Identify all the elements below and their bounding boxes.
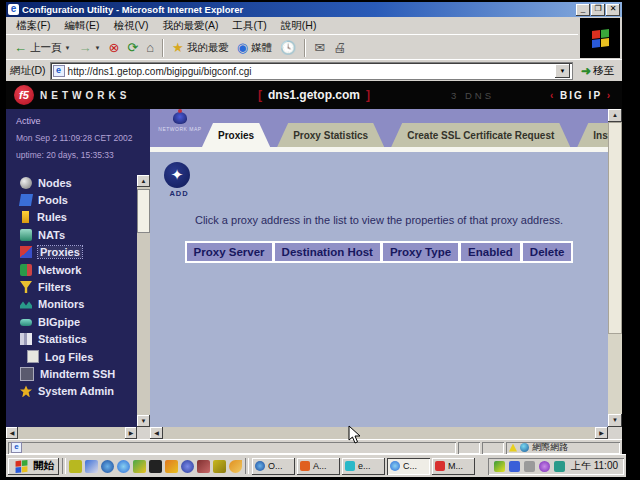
network-map-button[interactable]: NETWORK MAP [156, 112, 204, 132]
quicklaunch-icon-8[interactable] [181, 460, 194, 473]
tray-icon-5[interactable] [554, 461, 565, 472]
sidebar-item-label: Mindterm SSH [40, 368, 115, 380]
task-button-5[interactable]: M... [432, 458, 475, 475]
taskbar-separator [245, 458, 249, 474]
product-3dns-label: 3 DNS [451, 90, 494, 101]
home-button[interactable]: ⌂ [142, 39, 158, 56]
ie-quicklaunch-icon[interactable] [101, 460, 114, 473]
sidebar-vertical-scrollbar[interactable]: ▲ ▼ [137, 175, 150, 427]
stop-button[interactable]: ⊗ [104, 39, 123, 56]
address-dropdown-icon[interactable]: ▼ [555, 64, 570, 78]
tray-icon-2[interactable] [509, 461, 520, 472]
sidebar-item-bigpipe[interactable]: BIGpipe [20, 313, 150, 330]
maximize-button[interactable]: ❐ [591, 4, 605, 16]
main-horizontal-scrollbar[interactable]: ◀ ▶ [150, 427, 608, 439]
menu-view[interactable]: 檢視(V) [107, 18, 154, 34]
quicklaunch-icon-10[interactable] [213, 460, 226, 473]
media-button[interactable]: ◉ 媒體 [233, 39, 276, 57]
back-button[interactable]: ← 上一頁 ▼ [10, 39, 74, 57]
quicklaunch-icon-6[interactable] [149, 460, 162, 473]
sidebar-item-label: Filters [38, 281, 71, 293]
main-vertical-scrollbar[interactable]: ▲ ▼ [608, 109, 622, 427]
sidebar-item-proxies[interactable]: Proxies [20, 244, 150, 261]
status-datetime: Mon Sep 2 11:09:28 CET 2002 [16, 133, 150, 143]
sidebar-item-monitors[interactable]: Monitors [20, 296, 150, 313]
main-hscroll-track[interactable] [163, 427, 595, 439]
tab-create-ssl-certificate-request[interactable]: Create SSL Certificate Request [391, 123, 570, 147]
menu-edit[interactable]: 編輯(E) [58, 18, 105, 34]
refresh-button[interactable]: ⟳ [123, 39, 142, 56]
back-dropdown-icon[interactable]: ▼ [65, 45, 71, 51]
minimize-button[interactable]: _ [576, 4, 590, 16]
scroll-down-icon[interactable]: ▼ [608, 414, 622, 427]
product-bigip-label: ‹ BIG IP › [550, 90, 612, 101]
menu-help[interactable]: 說明(H) [275, 18, 323, 34]
task-button-2[interactable]: A... [297, 458, 340, 475]
sidebar-vscroll-thumb[interactable] [137, 189, 150, 233]
tray-icon-3[interactable] [524, 461, 535, 472]
sidebar-item-statistics[interactable]: Statistics [20, 331, 150, 348]
tab-install-ssl-certificate[interactable]: Install SSL Certifi [577, 123, 608, 147]
favorites-button[interactable]: ★ 我的最愛 [168, 39, 233, 57]
scroll-right-icon[interactable]: ▶ [595, 427, 608, 439]
quicklaunch-icon-4[interactable] [117, 460, 130, 473]
taskbar-clock[interactable]: 上午 11:00 [571, 459, 618, 473]
sidebar-horizontal-scrollbar[interactable]: ◀ ▶ [6, 427, 137, 439]
forward-button[interactable]: → ▼ [74, 39, 104, 56]
sidebar-item-filters[interactable]: Filters [20, 278, 150, 295]
sidebar-item-label: Nodes [38, 177, 72, 189]
scroll-up-icon[interactable]: ▲ [608, 109, 622, 122]
start-label: 開始 [33, 459, 54, 473]
sidebar-item-rules[interactable]: Rules [20, 209, 150, 226]
sidebar-item-mindterm-ssh[interactable]: Mindterm SSH [20, 365, 150, 382]
quicklaunch-icon-5[interactable] [133, 460, 146, 473]
quicklaunch-icon-1[interactable] [69, 460, 82, 473]
task-button-1[interactable]: O... [252, 458, 295, 475]
sidebar-item-system-admin[interactable]: System Admin [20, 383, 150, 400]
nats-icon [20, 229, 32, 241]
start-button[interactable]: 開始 [8, 458, 59, 475]
history-button[interactable]: 🕓 [276, 39, 300, 56]
quicklaunch-icon-11[interactable] [229, 460, 242, 473]
sidebar-hscroll-track[interactable] [18, 427, 125, 439]
sidebar-vscroll-track[interactable] [137, 187, 150, 415]
scroll-down-icon[interactable]: ▼ [137, 415, 150, 427]
tray-icon-4[interactable] [539, 461, 550, 472]
quicklaunch-icon-9[interactable] [197, 460, 210, 473]
host-bracket-right: ] [366, 88, 370, 102]
sidebar-item-pools[interactable]: Pools [20, 191, 150, 208]
tab-proxy-statistics[interactable]: Proxy Statistics [277, 123, 384, 147]
mail-button[interactable]: ✉ [310, 39, 329, 56]
print-button[interactable]: 🖨 [329, 39, 350, 56]
column-proxy-server: Proxy Server [185, 241, 273, 263]
tab-proxies[interactable]: Proxies [202, 123, 270, 147]
scroll-right-icon[interactable]: ▶ [125, 427, 137, 439]
sidebar-item-nats[interactable]: NATs [20, 226, 150, 243]
main-vscroll-thumb[interactable] [608, 122, 622, 334]
show-desktop-icon[interactable] [85, 460, 98, 473]
menu-favorites[interactable]: 我的最愛(A) [156, 18, 224, 34]
filters-icon [20, 281, 32, 293]
menu-file[interactable]: 檔案(F) [10, 18, 56, 34]
main-vscroll-track[interactable] [608, 122, 622, 414]
forward-dropdown-icon[interactable]: ▼ [94, 45, 100, 51]
tray-icon-1[interactable] [494, 461, 505, 472]
page-icon: e [53, 65, 65, 77]
sidebar-item-network[interactable]: Network [20, 261, 150, 278]
task-button-3[interactable]: e... [342, 458, 385, 475]
address-input[interactable]: e http://dns1.getop.com/bigipgui/bigconf… [50, 62, 573, 80]
sidebar-item-nodes[interactable]: Nodes [20, 174, 150, 191]
close-button[interactable]: ✕ [606, 4, 620, 16]
sidebar-item-log-files[interactable]: Log Files [20, 348, 150, 365]
task-button-configuration-utility[interactable]: C... [387, 458, 430, 475]
scroll-up-icon[interactable]: ▲ [137, 175, 150, 187]
scroll-left-icon[interactable]: ◀ [6, 427, 18, 439]
mindterm-ssh-icon [20, 367, 34, 381]
scroll-left-icon[interactable]: ◀ [150, 427, 163, 439]
hostname-banner: [dns1.getop.com] [6, 88, 622, 102]
go-button[interactable]: ➜ 移至 [577, 64, 618, 78]
add-proxy-button[interactable]: ✦ ADD [164, 162, 194, 198]
back-label: 上一頁 [30, 41, 62, 55]
menu-tools[interactable]: 工具(T) [226, 18, 272, 34]
quicklaunch-icon-7[interactable] [165, 460, 178, 473]
